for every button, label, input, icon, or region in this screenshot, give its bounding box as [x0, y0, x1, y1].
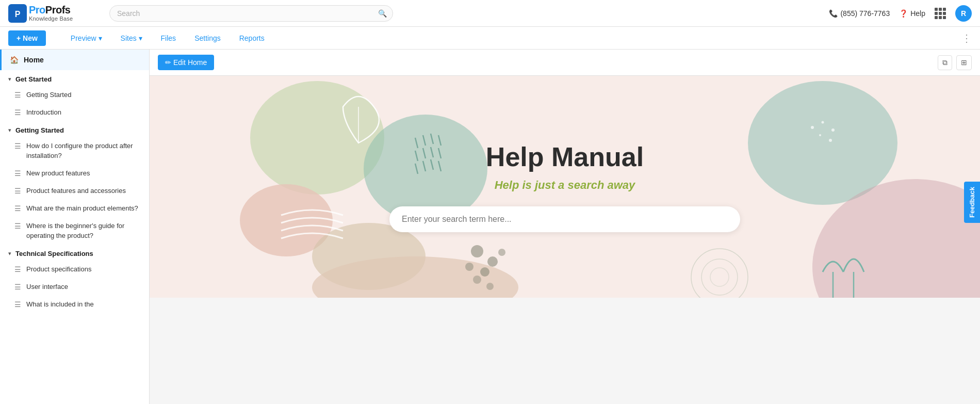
list-item[interactable]: ☰ What is included in the: [0, 296, 149, 313]
search-icon: 🔍: [378, 9, 387, 18]
article-icon: ☰: [14, 108, 21, 117]
article-label: Introduction: [26, 108, 61, 117]
logo-subtitle: Knowledge Base: [29, 15, 73, 22]
edit-icons-right: ⧉ ⊞: [938, 55, 972, 70]
article-icon: ☰: [14, 222, 21, 230]
top-nav-right: 📞 (855) 776-7763 ❓ Help R: [829, 5, 972, 22]
section-label-get-started: Get Started: [15, 75, 52, 83]
svg-point-18: [498, 249, 505, 256]
files-link[interactable]: Files: [153, 30, 185, 46]
article-icon: ☰: [14, 142, 21, 150]
list-item[interactable]: ☰ Introduction: [0, 104, 149, 121]
list-item[interactable]: ☰ New product features: [0, 165, 149, 182]
new-button[interactable]: + New: [8, 30, 46, 46]
article-label: Getting Started: [26, 90, 71, 100]
sites-link[interactable]: Sites ▾: [112, 30, 151, 46]
sidebar-home-label: Home: [24, 56, 44, 64]
preview-link[interactable]: Preview ▾: [62, 30, 110, 46]
second-nav: + New Preview ▾ Sites ▾ Files Settings R…: [0, 27, 980, 50]
home-icon: 🏠: [10, 56, 19, 64]
article-label: Product features and accessories: [26, 186, 126, 196]
svg-point-8: [822, 121, 824, 124]
sidebar-section-getting-started[interactable]: ▾ Getting Started: [0, 121, 149, 137]
feedback-tab[interactable]: Feedback: [964, 182, 980, 223]
logo-area: P ProProfs Knowledge Base: [8, 4, 101, 23]
article-icon: ☰: [14, 91, 21, 99]
article-icon: ☰: [14, 169, 21, 177]
search-input[interactable]: [109, 5, 393, 22]
section-label-tech-specs: Technical Specifications: [15, 250, 93, 257]
article-icon: ☰: [14, 187, 21, 195]
article-label: New product features: [26, 169, 90, 178]
list-item[interactable]: ☰ Product specifications: [0, 261, 149, 278]
article-label: Product specifications: [26, 265, 91, 274]
svg-point-20: [486, 283, 494, 290]
sidebar-item-home[interactable]: 🏠 Home: [0, 50, 149, 70]
svg-point-14: [471, 245, 483, 257]
svg-point-15: [487, 256, 498, 267]
chevron-down-icon: ▾: [8, 127, 11, 134]
svg-point-7: [811, 126, 814, 129]
svg-point-16: [480, 267, 489, 277]
edit-home-button[interactable]: ✏ Edit Home: [158, 55, 214, 70]
hero-content: Help Manual Help is just a search away: [389, 141, 740, 232]
feedback-tab-container: Feedback: [964, 182, 980, 223]
article-icon: ☰: [14, 300, 21, 309]
svg-point-10: [819, 134, 821, 136]
nav-links: Preview ▾ Sites ▾ Files Settings Reports: [62, 30, 273, 46]
hero-title: Help Manual: [389, 141, 740, 172]
logo-icon: P: [8, 4, 27, 23]
sidebar: 🏠 Home ▾ Get Started ☰ Getting Started ☰…: [0, 50, 150, 404]
section-label-getting-started: Getting Started: [15, 126, 64, 134]
article-icon: ☰: [14, 283, 21, 291]
list-item[interactable]: ☰ Product features and accessories: [0, 182, 149, 200]
edit-home-bar: ✏ Edit Home ⧉ ⊞: [150, 50, 980, 76]
svg-text:P: P: [15, 10, 21, 19]
phone-icon: 📞: [829, 9, 838, 18]
top-nav: P ProProfs Knowledge Base 🔍 📞 (855) 776-…: [0, 0, 980, 27]
list-item[interactable]: ☰ What are the main product elements?: [0, 200, 149, 217]
article-label: What is included in the: [26, 300, 94, 309]
settings-link[interactable]: Settings: [186, 30, 229, 46]
article-icon: ☰: [14, 204, 21, 213]
logo-brand: ProProfs: [29, 4, 73, 15]
more-icon[interactable]: ⋮: [961, 32, 972, 44]
sidebar-section-tech-specs[interactable]: ▾ Technical Specifications: [0, 245, 149, 261]
article-label: User interface: [26, 282, 68, 292]
svg-point-17: [465, 263, 473, 271]
article-label: Where is the beginner's guide for operat…: [26, 221, 141, 240]
phone-link[interactable]: 📞 (855) 776-7763: [829, 9, 890, 18]
list-item[interactable]: ☰ User interface: [0, 278, 149, 296]
article-label: How do I configure the product after ins…: [26, 141, 141, 160]
hero-banner: Help Manual Help is just a search away: [150, 76, 980, 298]
list-item[interactable]: ☰ How do I configure the product after i…: [0, 137, 149, 164]
copy-icon-button[interactable]: ⧉: [938, 55, 952, 70]
list-item[interactable]: ☰ Where is the beginner's guide for oper…: [0, 217, 149, 244]
main-layout: 🏠 Home ▾ Get Started ☰ Getting Started ☰…: [0, 50, 980, 404]
svg-point-24: [701, 259, 738, 295]
svg-point-19: [473, 276, 481, 284]
hero-search-input[interactable]: [389, 206, 740, 232]
top-search-bar: 🔍: [109, 5, 393, 22]
sidebar-section-get-started[interactable]: ▾ Get Started: [0, 70, 149, 86]
article-label: What are the main product elements?: [26, 204, 138, 213]
apps-grid-icon[interactable]: [935, 8, 946, 19]
grid-view-button[interactable]: ⊞: [956, 55, 972, 70]
help-link[interactable]: ❓ Help: [899, 9, 925, 18]
svg-point-23: [691, 249, 748, 298]
user-avatar[interactable]: R: [955, 5, 972, 22]
svg-point-25: [710, 268, 729, 286]
article-icon: ☰: [14, 265, 21, 273]
help-label: Help: [910, 9, 925, 18]
svg-point-9: [831, 128, 835, 132]
reports-link[interactable]: Reports: [231, 30, 273, 46]
phone-number: (855) 776-7763: [840, 9, 890, 18]
logo-text: ProProfs Knowledge Base: [29, 4, 73, 22]
chevron-down-icon: ▾: [8, 250, 11, 257]
hero-subtitle: Help is just a search away: [389, 179, 740, 192]
content-area: ✏ Edit Home ⧉ ⊞: [150, 50, 980, 404]
chevron-down-icon: ▾: [8, 76, 11, 83]
list-item[interactable]: ☰ Getting Started: [0, 86, 149, 104]
svg-point-11: [829, 139, 832, 142]
question-icon: ❓: [899, 9, 908, 18]
